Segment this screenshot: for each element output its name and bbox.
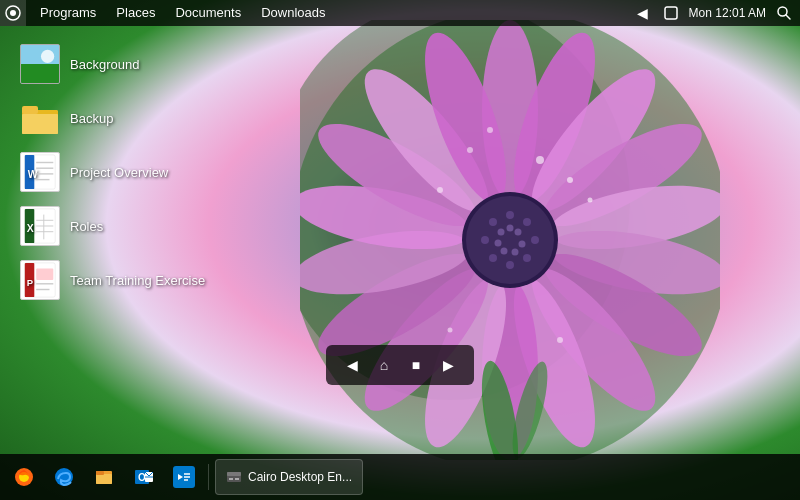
- svg-point-30: [506, 211, 514, 219]
- svg-point-41: [512, 249, 519, 256]
- cairo-window-icon: [226, 469, 242, 485]
- backup-icon-img: [20, 98, 60, 138]
- icon-project-overview[interactable]: W Project Overview: [14, 148, 211, 196]
- svg-point-43: [495, 240, 502, 247]
- back-icon[interactable]: ◀: [633, 3, 653, 23]
- svg-rect-49: [665, 7, 677, 19]
- svg-rect-76: [36, 269, 53, 280]
- svg-point-37: [489, 218, 497, 226]
- taskbar-outlook[interactable]: O: [126, 459, 162, 495]
- desktop: Programs Places Documents Downloads ◀ Mo…: [0, 0, 800, 500]
- svg-rect-57: [22, 114, 58, 134]
- svg-point-31: [523, 218, 531, 226]
- taskbar-firefox[interactable]: [6, 459, 42, 495]
- topbar: Programs Places Documents Downloads ◀ Mo…: [0, 0, 800, 26]
- project-overview-label: Project Overview: [70, 165, 168, 180]
- media-prev-button[interactable]: ◀: [338, 351, 366, 379]
- svg-rect-83: [96, 474, 112, 484]
- taskbar: O Cairo Deskt: [0, 454, 800, 500]
- roles-icon-img: X: [20, 206, 60, 246]
- media-next-button[interactable]: ▶: [434, 351, 462, 379]
- svg-point-42: [501, 248, 508, 255]
- svg-rect-84: [96, 471, 104, 475]
- media-controls: ◀ ⌂ ■ ▶: [326, 345, 474, 385]
- menu-places[interactable]: Places: [106, 0, 165, 26]
- notification-icon[interactable]: [661, 3, 681, 23]
- svg-point-48: [10, 10, 16, 16]
- taskbar-cairo-window[interactable]: Cairo Desktop En...: [215, 459, 363, 495]
- svg-point-29: [466, 196, 554, 284]
- taskbar-vscode[interactable]: [166, 459, 202, 495]
- svg-line-51: [786, 15, 790, 19]
- clock: Mon 12:01 AM: [689, 6, 766, 20]
- taskbar-edge[interactable]: [46, 459, 82, 495]
- desktop-icons: Background Backup W: [14, 40, 211, 304]
- svg-rect-94: [227, 472, 241, 476]
- team-training-label: Team Training Exercise: [70, 273, 205, 288]
- svg-point-38: [507, 225, 514, 232]
- logo-button[interactable]: [0, 0, 26, 26]
- topbar-right: ◀ Mon 12:01 AM: [633, 3, 800, 23]
- svg-point-21: [467, 147, 473, 153]
- svg-point-25: [437, 187, 443, 193]
- media-stop-button[interactable]: ■: [402, 351, 430, 379]
- svg-text:W: W: [28, 169, 38, 180]
- backup-label: Backup: [70, 111, 113, 126]
- team-training-icon-img: P: [20, 260, 60, 300]
- menu-documents[interactable]: Documents: [165, 0, 251, 26]
- svg-text:O: O: [138, 472, 146, 483]
- svg-text:P: P: [27, 277, 34, 288]
- svg-point-24: [588, 198, 593, 203]
- svg-point-23: [487, 127, 493, 133]
- svg-point-34: [506, 261, 514, 269]
- svg-point-33: [523, 254, 531, 262]
- svg-point-27: [448, 328, 453, 333]
- cairo-window-title: Cairo Desktop En...: [248, 470, 352, 484]
- svg-rect-96: [235, 478, 239, 480]
- background-label: Background: [70, 57, 139, 72]
- menu-downloads[interactable]: Downloads: [251, 0, 335, 26]
- svg-point-39: [515, 229, 522, 236]
- topbar-left: Programs Places Documents Downloads: [0, 0, 633, 26]
- roles-label: Roles: [70, 219, 103, 234]
- svg-text:X: X: [27, 223, 34, 234]
- svg-point-26: [557, 337, 563, 343]
- icon-background[interactable]: Background: [14, 40, 211, 88]
- svg-rect-58: [22, 106, 38, 114]
- svg-point-44: [498, 229, 505, 236]
- wallpaper-flower: [300, 20, 720, 460]
- search-icon[interactable]: [774, 3, 794, 23]
- svg-point-35: [489, 254, 497, 262]
- svg-point-32: [531, 236, 539, 244]
- taskbar-files[interactable]: [86, 459, 122, 495]
- svg-rect-95: [229, 478, 233, 480]
- svg-point-36: [481, 236, 489, 244]
- media-home-button[interactable]: ⌂: [370, 351, 398, 379]
- svg-point-20: [536, 156, 544, 164]
- background-icon-img: [20, 44, 60, 84]
- taskbar-divider: [208, 464, 209, 490]
- svg-point-54: [41, 50, 54, 63]
- svg-point-40: [519, 241, 526, 248]
- svg-point-22: [567, 177, 573, 183]
- project-overview-icon-img: W: [20, 152, 60, 192]
- icon-team-training[interactable]: P Team Training Exercise: [14, 256, 211, 304]
- menu-programs[interactable]: Programs: [30, 0, 106, 26]
- icon-backup[interactable]: Backup: [14, 94, 211, 142]
- svg-rect-53: [21, 64, 59, 83]
- icon-roles[interactable]: X Roles: [14, 202, 211, 250]
